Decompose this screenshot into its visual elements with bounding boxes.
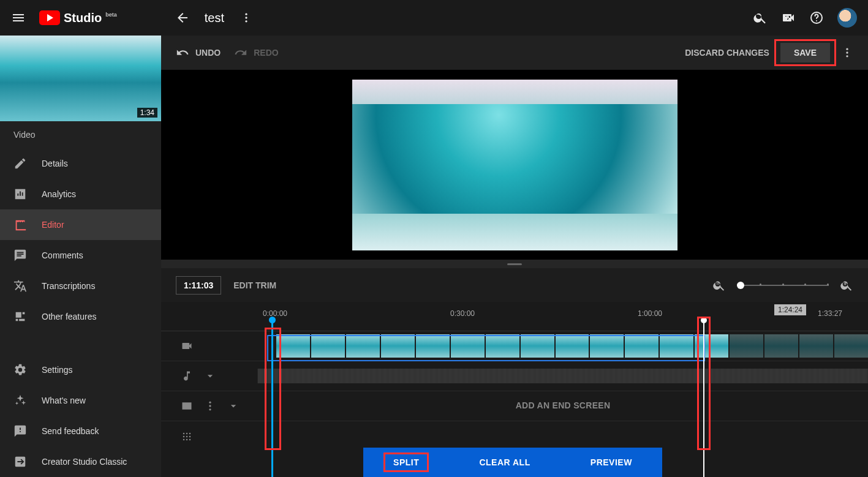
svg-point-11: [209, 405, 211, 407]
sidebar: 1:34 Video Details Analytics Editor Comm…: [0, 36, 161, 477]
svg-point-9: [846, 55, 848, 57]
sidebar-item-analytics[interactable]: Analytics: [0, 179, 161, 209]
sidebar-item-transcriptions[interactable]: Transcriptions: [0, 271, 161, 301]
chevron-down-icon[interactable]: [204, 370, 216, 382]
svg-point-18: [189, 435, 191, 437]
svg-point-16: [183, 435, 185, 437]
timeline-ruler[interactable]: 0:00:00 0:30:00 1:00:00 1:33:27 1:24:24: [161, 302, 868, 331]
sidebar-section: Video: [0, 121, 161, 148]
endscreen-track-icon: [181, 400, 193, 412]
edit-trim-button[interactable]: EDIT TRIM: [233, 280, 276, 290]
avatar[interactable]: [837, 8, 857, 28]
svg-point-12: [209, 408, 211, 410]
svg-point-14: [186, 432, 188, 434]
sidebar-item-feedback[interactable]: Send feedback: [0, 416, 161, 446]
sidebar-item-details[interactable]: Details: [0, 148, 161, 179]
split-toolbar: SPLIT CLEAR ALL PREVIEW: [363, 448, 662, 477]
blur-track: [161, 421, 868, 451]
save-button[interactable]: SAVE: [780, 43, 830, 62]
svg-point-13: [183, 432, 185, 434]
sidebar-item-other[interactable]: Other features: [0, 301, 161, 332]
sidebar-item-label: Other features: [42, 312, 97, 321]
studio-logo[interactable]: Studio beta: [39, 10, 117, 25]
analytics-icon: [13, 187, 27, 201]
sidebar-item-editor[interactable]: Editor: [0, 209, 161, 240]
audio-track-content[interactable]: [258, 361, 868, 391]
action-bar: UNDO REDO DISCARD CHANGES SAVE: [161, 36, 868, 70]
back-arrow-icon[interactable]: [175, 10, 190, 25]
sidebar-item-label: Editor: [42, 220, 64, 230]
sidebar-item-classic[interactable]: Creator Studio Classic: [0, 446, 161, 477]
svg-rect-4: [785, 17, 789, 18]
video-preview[interactable]: [161, 70, 868, 260]
sidebar-item-label: Analytics: [42, 189, 76, 199]
discard-button[interactable]: DISCARD CHANGES: [685, 48, 769, 58]
audio-track: [161, 361, 868, 391]
menu-icon[interactable]: [11, 10, 26, 25]
sidebar-item-whatsnew[interactable]: What's new: [0, 385, 161, 416]
create-video-icon[interactable]: [781, 10, 796, 25]
svg-point-17: [186, 435, 188, 437]
zoom-slider[interactable]: [737, 285, 829, 286]
svg-point-19: [183, 438, 185, 440]
product-name: Studio: [64, 11, 102, 25]
sidebar-item-label: Comments: [42, 250, 83, 260]
feedback-icon: [13, 424, 27, 438]
sidebar-item-settings[interactable]: Settings: [0, 355, 161, 385]
video-thumbnail[interactable]: 1:34: [0, 36, 161, 121]
ruler-tick-label: 1:33:27: [818, 309, 842, 318]
svg-point-1: [245, 17, 247, 18]
sidebar-item-label: Transcriptions: [42, 281, 95, 291]
redo-button: REDO: [234, 46, 278, 59]
zoom-in-icon[interactable]: [840, 279, 853, 292]
pencil-icon: [13, 157, 27, 170]
svg-point-10: [209, 402, 211, 404]
more-icon[interactable]: [204, 400, 216, 412]
trim-controls: 1:11:03 EDIT TRIM: [161, 268, 868, 302]
ruler-tick-label: 0:00:00: [263, 309, 287, 318]
youtube-icon: [39, 10, 60, 25]
top-bar: Studio beta test: [0, 0, 868, 36]
sidebar-item-label: What's new: [42, 396, 86, 405]
audio-track-icon: [181, 370, 193, 382]
endscreen-track: ADD AN END SCREEN: [161, 391, 868, 421]
video-track-content[interactable]: [258, 331, 868, 361]
timeline: 0:00:00 0:30:00 1:00:00 1:33:27 1:24:24: [161, 302, 868, 477]
ruler-tooltip: 1:24:24: [774, 304, 806, 315]
redo-label: REDO: [254, 48, 278, 58]
endscreen-label: ADD AN END SCREEN: [258, 400, 868, 410]
gear-icon: [13, 363, 27, 377]
undo-button[interactable]: UNDO: [176, 46, 221, 59]
svg-point-0: [245, 13, 247, 15]
svg-point-21: [189, 438, 191, 440]
editor-icon: [13, 218, 27, 231]
sparkle-icon: [13, 394, 27, 407]
zoom-out-icon[interactable]: [712, 279, 726, 292]
comments-icon: [13, 249, 27, 262]
svg-point-8: [846, 51, 848, 53]
actionbar-more-icon[interactable]: [841, 47, 853, 59]
video-track: [161, 331, 868, 361]
undo-label: UNDO: [195, 48, 221, 58]
ruler-tick-label: 1:00:00: [638, 309, 662, 318]
help-icon[interactable]: [809, 10, 824, 25]
video-track-icon: [181, 340, 193, 352]
sidebar-item-comments[interactable]: Comments: [0, 240, 161, 271]
sidebar-item-label: Send feedback: [42, 426, 99, 436]
split-button[interactable]: SPLIT: [393, 457, 419, 467]
svg-point-6: [816, 20, 817, 21]
title-more-icon[interactable]: [239, 10, 254, 25]
preview-button[interactable]: PREVIEW: [591, 457, 632, 467]
chevron-down-icon[interactable]: [227, 400, 240, 412]
translate-icon: [13, 279, 27, 293]
timecode-display[interactable]: 1:11:03: [176, 276, 221, 295]
sidebar-item-label: Creator Studio Classic: [42, 457, 127, 467]
svg-point-7: [846, 48, 848, 50]
other-icon: [13, 310, 27, 323]
endscreen-track-content[interactable]: ADD AN END SCREEN: [258, 391, 868, 421]
resize-handle[interactable]: [161, 260, 868, 268]
clear-all-button[interactable]: CLEAR ALL: [479, 457, 530, 467]
exit-icon: [13, 455, 27, 468]
thumbnail-duration: 1:34: [137, 108, 157, 118]
search-icon[interactable]: [753, 10, 768, 25]
